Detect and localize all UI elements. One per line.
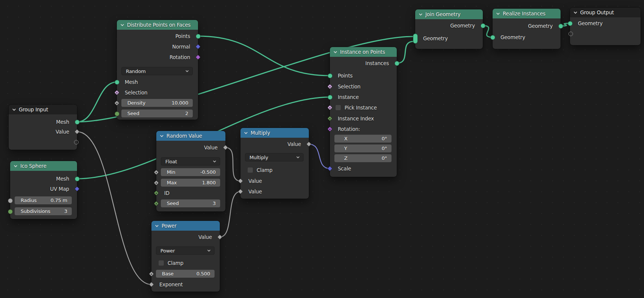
virtual-input-socket[interactable] (568, 32, 573, 36)
link-distribute-points-to-instance-points[interactable] (198, 36, 330, 76)
field-value: 0° (382, 136, 387, 141)
node-header-power[interactable]: Power (151, 221, 220, 231)
node-power[interactable]: PowerValuePowerClampBase0.500Exponent (151, 221, 220, 292)
z-field[interactable]: Z0° (334, 154, 392, 162)
output-label: Normal (172, 44, 190, 50)
node-header-group-output[interactable]: Group Output (570, 8, 641, 17)
node-title: Distribute Points on Faces (127, 22, 190, 28)
row-clamp: Clamp (151, 259, 220, 267)
row-instances: Instances (330, 59, 397, 67)
multiply-dropdown[interactable]: Multiply (245, 153, 304, 161)
node-header-join-geometry[interactable]: Join Geometry (415, 9, 483, 19)
node-title: Group Output (580, 9, 614, 15)
instances-output-socket[interactable] (395, 61, 399, 66)
row-selection: Selection (330, 82, 397, 91)
max-field[interactable]: Max1.800 (161, 179, 220, 187)
dropdown-value: Multiply (249, 155, 268, 160)
node-group-output[interactable]: Group OutputGeometry (570, 8, 641, 45)
node-ico-sphere[interactable]: Ico SphereMeshUV MapRadius0.75 mSubdivis… (10, 161, 77, 219)
node-header-instance-on-points[interactable]: Instance on Points (330, 47, 397, 57)
input-label: Geometry (578, 20, 603, 26)
node-header-group-input[interactable]: Group Input (9, 105, 77, 114)
node-header-random-value[interactable]: Random Value (156, 131, 225, 141)
node-header-realize-instances[interactable]: Realize Instances (493, 9, 561, 18)
node-realize-instances[interactable]: Realize InstancesGeometryGeometry (493, 9, 561, 49)
node-header-distribute-points-on-faces[interactable]: Distribute Points on Faces (117, 20, 198, 30)
geometry-input-socket[interactable] (490, 35, 495, 40)
row-rotation: Rotation: (330, 125, 397, 133)
base-field[interactable]: Base0.500 (156, 270, 215, 278)
mesh-input-socket[interactable] (115, 80, 119, 85)
x-field[interactable]: X0° (334, 135, 392, 143)
collapse-chevron-icon[interactable] (573, 11, 577, 15)
output-label: Value (198, 234, 212, 240)
min-field[interactable]: Min-0.500 (161, 168, 220, 176)
field-label: Z (344, 155, 348, 161)
power-dropdown[interactable]: Power (156, 246, 215, 255)
clamp-checkbox[interactable] (247, 167, 253, 173)
seed-field[interactable]: Seed3 (161, 199, 220, 207)
collapse-chevron-icon[interactable] (333, 50, 337, 54)
row-geometry: Geometry (415, 34, 483, 43)
row-selection: Selection (117, 88, 198, 97)
output-label: Value (204, 144, 218, 151)
collapse-chevron-icon[interactable] (419, 12, 423, 17)
input-label: Geometry (500, 34, 525, 40)
node-header-ico-sphere[interactable]: Ico Sphere (10, 161, 77, 171)
row-normal: Normal (117, 43, 198, 51)
clamp-checkbox[interactable] (158, 260, 164, 266)
node-multiply[interactable]: MultiplyValueMultiplyClampValueValue (240, 128, 309, 199)
dropdown-chevron-icon[interactable] (296, 155, 300, 159)
input-label: Rotation: (338, 126, 360, 132)
link-groupinput-value-to-power-exponent[interactable] (77, 132, 151, 284)
output-label: Points (175, 33, 190, 39)
dropdown-chevron-icon[interactable] (185, 69, 189, 73)
geometry-output-socket[interactable] (481, 23, 485, 28)
float-dropdown[interactable]: Float (161, 157, 220, 166)
seed-input-socket[interactable] (115, 111, 119, 116)
collapse-chevron-icon[interactable] (14, 164, 18, 168)
subdivisions-input-socket[interactable] (8, 209, 13, 214)
node-group-input[interactable]: Group InputMeshValue (9, 105, 77, 150)
link-groupinput-mesh-to-distribute-mesh[interactable] (77, 82, 117, 122)
collapse-chevron-icon[interactable] (160, 134, 164, 138)
points-input-socket[interactable] (328, 73, 333, 78)
output-label: Instances (365, 60, 389, 66)
mesh-output-socket[interactable] (75, 120, 80, 125)
collapse-chevron-icon[interactable] (12, 108, 16, 112)
subdivisions-field[interactable]: Subdivisions3 (15, 207, 72, 215)
geometry-output-socket[interactable] (558, 24, 563, 29)
radius-input-socket[interactable] (8, 198, 13, 203)
seed-field[interactable]: Seed2 (121, 109, 193, 117)
geometry-input-socket[interactable] (568, 21, 573, 26)
node-editor-canvas[interactable]: Group InputMeshValueIco SphereMeshUV Map… (0, 0, 644, 298)
random-dropdown[interactable]: Random (121, 67, 193, 75)
node-random-value[interactable]: Random ValueValueFloatMin-0.500Max1.800I… (156, 131, 225, 211)
virtual-output-socket[interactable] (74, 140, 79, 144)
collapse-chevron-icon[interactable] (496, 12, 500, 16)
node-distribute-points-on-faces[interactable]: Distribute Points on FacesPointsNormalRo… (117, 20, 198, 120)
node-title: Random Value (166, 133, 202, 139)
mesh-output-socket[interactable] (75, 176, 80, 181)
points-output-socket[interactable] (196, 34, 201, 39)
collapse-chevron-icon[interactable] (244, 131, 248, 135)
instance-input-socket[interactable] (328, 95, 333, 100)
dropdown-chevron-icon[interactable] (207, 249, 211, 252)
density-field[interactable]: Density10.000 (121, 99, 193, 107)
node-join-geometry[interactable]: Join GeometryGeometryGeometry (415, 9, 483, 49)
radius-field[interactable]: Radius0.75 m (15, 196, 72, 204)
link-randomvalue-to-multiply-value1[interactable] (225, 147, 240, 181)
row-value: Value (151, 233, 220, 241)
link-instances-to-join-geometry[interactable] (397, 41, 414, 63)
node-instance-on-points[interactable]: Instance on PointsInstancesPointsSelecti… (330, 47, 397, 177)
collapse-chevron-icon[interactable] (120, 23, 124, 27)
y-field[interactable]: Y0° (334, 144, 392, 152)
geometry-multi-input-socket[interactable] (413, 33, 418, 44)
checkbox-label: Clamp (168, 259, 183, 267)
collapse-chevron-icon[interactable] (155, 224, 159, 228)
node-header-multiply[interactable]: Multiply (240, 128, 309, 138)
link-multiply-to-instance-scale[interactable] (309, 144, 330, 169)
pick-instance-checkbox[interactable] (335, 105, 341, 111)
field-value: 0° (382, 155, 387, 161)
dropdown-chevron-icon[interactable] (213, 160, 216, 163)
